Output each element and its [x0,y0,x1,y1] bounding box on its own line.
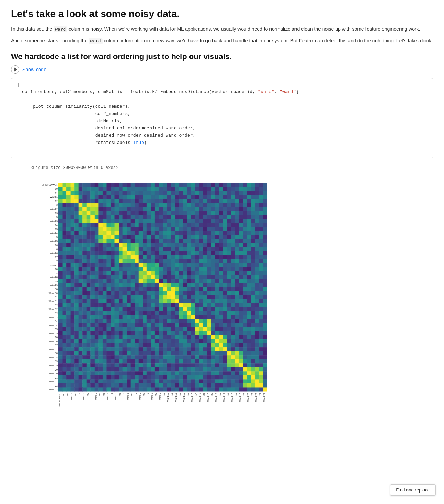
ward-code-2: ward [89,38,102,44]
page-title: Let's take a look at some noisy data. [11,8,433,19]
code-line-7: rotateXLabels=True) [22,140,147,145]
heatmap-container [31,176,433,419]
code-line-3: col2_members, [22,111,130,116]
code-line-1: col1_members, col2_members, simMatrix = … [22,89,299,95]
show-code-link[interactable]: Show code [22,67,46,72]
ward-code-1: ward [54,26,67,32]
code-line-5: desired_col_order=desired_ward_order, [22,125,195,131]
section2-title: We hardcode a list for ward ordering jus… [11,52,433,61]
output-text: <Figure size 3000x3000 with 0 Axes> [11,164,433,173]
paragraph2: And if someone starts encoding the ward … [11,37,433,45]
code-line-6: desired_row_order=desired_ward_order, [22,133,195,138]
code-content[interactable]: col1_members, col2_members, simMatrix = … [22,82,428,158]
paragraph1: In this data set, the ward column is noi… [11,25,433,33]
heatmap-canvas [31,176,274,419]
code-cell: [ ] col1_members, col2_members, simMatri… [11,78,433,158]
cell-bracket: [ ] [16,82,19,87]
code-line-4: simMatrix, [22,119,122,124]
show-code-row: Show code [11,65,433,74]
code-line-2: plot_column_similarity(col1_members, [22,104,130,109]
run-button[interactable] [11,65,19,74]
